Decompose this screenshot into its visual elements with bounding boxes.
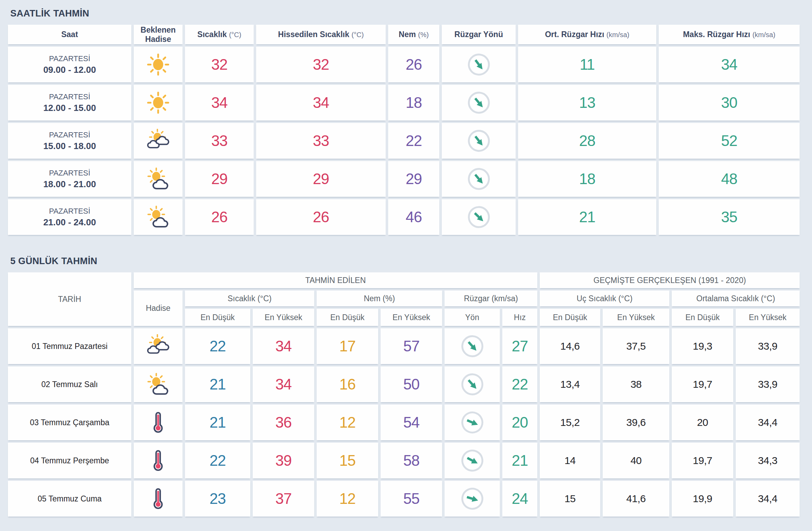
- col-header-time: Saat: [8, 25, 131, 44]
- group-header-humidity: Nem (%): [317, 291, 442, 306]
- wind-direction-arrow-icon: [457, 445, 488, 476]
- hourly-header-row: Saat Beklenen Hadise Sıcaklık (°C) Hisse…: [8, 25, 800, 44]
- avg-wind-speed-value: 21: [518, 199, 656, 235]
- humidity-value: 26: [388, 47, 439, 82]
- col-header-wind-dir: Yön: [445, 309, 500, 326]
- weather-condition-cell: [134, 366, 183, 402]
- avg-wind-speed-value: 18: [518, 161, 656, 197]
- col-header-temp-min: En Düşük: [185, 309, 250, 326]
- date-cell: 05 Temmuz Cuma: [8, 481, 131, 517]
- wind-direction-cell: [442, 85, 516, 121]
- col-header-humidity: Nem (%): [388, 25, 439, 44]
- temperature-value: 26: [185, 199, 254, 235]
- humidity-value: 18: [388, 85, 439, 121]
- temp-min-value: 22: [185, 443, 250, 478]
- time-slot-cell: PAZARTESİ 09.00 - 12.00: [8, 47, 131, 82]
- daily-forecast-title: 5 GÜNLÜK TAHMİN: [6, 237, 806, 270]
- wind-direction-arrow-icon: [462, 48, 495, 81]
- feels-like-value: 26: [256, 199, 386, 235]
- time-slot-cell: PAZARTESİ 18.00 - 21.00: [8, 161, 131, 197]
- wind-speed-value: 21: [502, 443, 537, 478]
- date-cell: 03 Temmuz Çarşamba: [8, 405, 131, 440]
- extreme-min-value: 14,6: [540, 328, 600, 364]
- max-wind-speed-value: 35: [659, 199, 800, 235]
- time-range: 18.00 - 21.00: [8, 178, 131, 190]
- humidity-max-value: 55: [381, 481, 442, 517]
- weather-condition-cell: [134, 443, 183, 478]
- sun-behind-cloud-icon: [144, 167, 173, 191]
- humidity-value: 46: [388, 199, 439, 235]
- date-cell: 02 Temmuz Salı: [8, 366, 131, 402]
- group-header-historical: GEÇMİŞTE GERÇEKLEŞEN (1991 - 2020): [540, 272, 800, 288]
- max-wind-speed-value: 30: [659, 85, 800, 121]
- temp-max-value: 36: [253, 405, 314, 440]
- average-max-value: 33,9: [736, 328, 800, 364]
- wind-direction-arrow-icon: [456, 330, 489, 363]
- daily-row: 04 Temmuz Perşembe 22 39 15 58 21 14 40 …: [8, 443, 800, 478]
- average-min-value: 20: [672, 405, 733, 440]
- col-header-average-max: En Yüksek: [736, 309, 800, 326]
- temperature-value: 32: [185, 47, 254, 82]
- average-min-value: 19,9: [672, 481, 733, 517]
- wind-direction-arrow-icon: [462, 162, 495, 195]
- extreme-max-value: 38: [603, 366, 669, 402]
- avg-wind-speed-value: 11: [518, 47, 656, 82]
- group-header-temperature: Sıcaklık (°C): [185, 291, 314, 306]
- time-range: 12.00 - 15.00: [8, 102, 131, 114]
- humidity-max-value: 58: [381, 443, 442, 478]
- wind-direction-arrow-icon: [457, 407, 487, 438]
- wind-direction-cell: [442, 161, 516, 197]
- wind-direction-cell: [445, 366, 500, 402]
- wind-direction-arrow-icon: [458, 484, 487, 513]
- wind-direction-cell: [445, 443, 500, 478]
- group-header-forecast: TAHMİN EDİLEN: [134, 272, 537, 288]
- thermometer-icon: [144, 487, 173, 511]
- wind-direction-cell: [442, 47, 516, 82]
- weather-condition-cell: [134, 405, 183, 440]
- col-header-extreme-min: En Düşük: [540, 309, 600, 326]
- sun-behind-clouds-icon: [144, 334, 173, 358]
- daily-row: 03 Temmuz Çarşamba 21 36 12 54 20 15,2 3…: [8, 405, 800, 440]
- col-header-feels-like: Hissedilen Sıcaklık (°C): [256, 25, 386, 44]
- wind-direction-arrow-icon: [462, 86, 495, 119]
- average-max-value: 33,9: [736, 366, 800, 402]
- weather-condition-cell: [134, 161, 183, 197]
- hourly-forecast-title: SAATLİK TAHMİN: [6, 0, 806, 22]
- extreme-min-value: 15,2: [540, 405, 600, 440]
- temp-min-value: 21: [185, 366, 250, 402]
- humidity-value: 29: [388, 161, 439, 197]
- temperature-value: 33: [185, 123, 254, 159]
- weather-condition-cell: [134, 85, 183, 121]
- hourly-row: PAZARTESİ 18.00 - 21.00 29 29 29 18 48: [8, 161, 800, 197]
- weather-condition-cell: [134, 328, 183, 364]
- weather-condition-cell: [134, 481, 183, 517]
- hourly-forecast-section: SAATLİK TAHMİN Saat Beklenen Hadise Sıca…: [6, 0, 806, 237]
- time-range: 21.00 - 24.00: [8, 216, 131, 228]
- temperature-value: 34: [185, 85, 254, 121]
- wind-speed-value: 20: [502, 405, 537, 440]
- date-cell: 04 Temmuz Perşembe: [8, 443, 131, 478]
- humidity-min-value: 15: [317, 443, 378, 478]
- extreme-min-value: 15: [540, 481, 600, 517]
- day-name: PAZARTESİ: [8, 130, 131, 140]
- daily-row: 05 Temmuz Cuma 23 37 12 55 24 15 41,6 19…: [8, 481, 800, 517]
- col-header-wind-speed: Hız: [502, 309, 537, 326]
- wind-direction-arrow-icon: [456, 368, 489, 401]
- col-header-max-wind-speed: Maks. Rüzgar Hızı (km/sa): [659, 25, 800, 44]
- wind-speed-value: 22: [502, 366, 537, 402]
- temp-min-value: 21: [185, 405, 250, 440]
- weather-condition-cell: [134, 199, 183, 235]
- weather-condition-cell: [134, 123, 183, 159]
- day-name: PAZARTESİ: [8, 168, 131, 178]
- wind-direction-arrow-icon: [462, 201, 495, 234]
- col-header-average-min: En Düşük: [672, 309, 733, 326]
- hourly-row: PAZARTESİ 15.00 - 18.00 33 33 22 28 52: [8, 123, 800, 159]
- feels-like-value: 34: [256, 85, 386, 121]
- humidity-min-value: 12: [317, 405, 378, 440]
- avg-wind-speed-value: 28: [518, 123, 656, 159]
- temp-max-value: 34: [253, 328, 314, 364]
- wind-speed-value: 24: [502, 481, 537, 517]
- humidity-max-value: 50: [381, 366, 442, 402]
- temperature-value: 29: [185, 161, 254, 197]
- temp-min-value: 22: [185, 328, 250, 364]
